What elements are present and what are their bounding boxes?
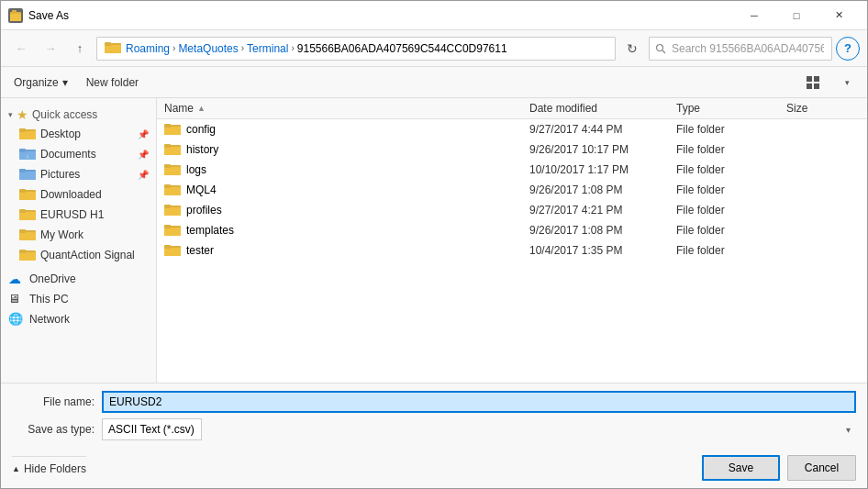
breadcrumb[interactable]: Roaming › MetaQuotes › Terminal › 915566… (96, 37, 616, 61)
documents-folder-icon: ↓ (19, 147, 36, 161)
svg-rect-4 (105, 45, 121, 53)
table-row[interactable]: config 9/27/2017 4:44 PM File folder (157, 119, 867, 139)
window-controls: ─ □ ✕ (733, 1, 860, 30)
sidebar-item-pictures[interactable]: Pictures 📌 (1, 164, 156, 184)
table-row[interactable]: logs 10/10/2017 1:17 PM File folder (157, 160, 867, 180)
sidebar-item-mywork[interactable]: My Work (1, 225, 156, 245)
sidebar-item-downloaded[interactable]: Downloaded (1, 184, 156, 205)
file-row-name: config (186, 123, 529, 136)
svg-rect-18 (19, 172, 36, 180)
onedrive-icon: ☁ (8, 272, 25, 286)
title-bar: Save As ─ □ ✕ (1, 1, 867, 30)
file-list-header: Name ▲ Date modified Type Size (157, 98, 867, 119)
view-dropdown-button[interactable]: ▾ (834, 72, 860, 94)
sidebar-item-thispc[interactable]: 🖥 This PC (1, 289, 156, 309)
sidebar-item-quantaction[interactable]: QuantAction Signal (1, 245, 156, 265)
eurusd-folder-icon (19, 207, 36, 222)
bottom-panel: File name: Save as type: ASCII Text (*.c… (1, 383, 867, 488)
table-row[interactable]: profiles 9/27/2017 4:21 PM File folder (157, 200, 867, 220)
file-row-type: File folder (676, 224, 786, 237)
sidebar-item-eurusd[interactable]: EURUSD H1 (1, 205, 156, 225)
svg-rect-33 (164, 127, 181, 135)
minimize-button[interactable]: ─ (733, 1, 775, 30)
sidebar-item-eurusd-label: EURUSD H1 (40, 208, 104, 221)
folder-row-icon (164, 243, 181, 258)
svg-rect-24 (19, 212, 36, 220)
savetype-select-wrapper: ASCII Text (*.csv) All Files (*.*) ▾ (102, 418, 856, 440)
sidebar-item-network[interactable]: 🌐 Network (1, 309, 156, 329)
help-button[interactable]: ? (836, 37, 860, 61)
breadcrumb-roaming[interactable]: Roaming (126, 42, 170, 55)
svg-rect-28 (19, 229, 26, 233)
sidebar-item-desktop[interactable]: Desktop 📌 (1, 124, 156, 144)
svg-rect-25 (19, 209, 26, 213)
file-row-date: 9/26/2017 1:08 PM (529, 224, 676, 237)
mywork-folder-icon (19, 228, 36, 242)
save-button[interactable]: Save (702, 455, 780, 481)
network-icon: 🌐 (8, 312, 25, 327)
quick-access-header[interactable]: ▾ ★ Quick access (1, 102, 156, 124)
main-content: ▾ ★ Quick access Desktop 📌 (1, 98, 867, 383)
back-button[interactable]: ← (8, 37, 34, 61)
organize-label: Organize (14, 76, 59, 89)
close-button[interactable]: ✕ (818, 1, 860, 30)
sidebar-item-documents[interactable]: ↓ Documents 📌 (1, 144, 156, 164)
table-row[interactable]: tester 10/4/2017 1:35 PM File folder (157, 240, 867, 261)
folder-row-icon (164, 142, 181, 157)
thispc-icon: 🖥 (8, 292, 25, 306)
hide-folders-label: Hide Folders (24, 462, 86, 475)
up-button[interactable]: ↑ (67, 37, 93, 61)
pin-icon: 📌 (138, 129, 149, 139)
column-header-name[interactable]: Name ▲ (164, 102, 529, 115)
file-row-type: File folder (676, 123, 786, 136)
file-row-date: 10/10/2017 1:17 PM (529, 163, 676, 176)
table-row[interactable]: history 9/26/2017 10:17 PM File folder (157, 139, 867, 160)
svg-rect-9 (814, 83, 819, 89)
file-row-date: 10/4/2017 1:35 PM (529, 244, 676, 257)
maximize-button[interactable]: □ (775, 1, 818, 30)
hide-folders-button[interactable]: ▲ Hide Folders (12, 462, 86, 475)
svg-text:↓: ↓ (26, 152, 29, 159)
file-row-name: profiles (186, 204, 529, 217)
svg-rect-8 (807, 83, 812, 89)
svg-rect-31 (19, 250, 26, 253)
svg-rect-45 (164, 207, 181, 216)
file-row-name: logs (186, 163, 529, 176)
sidebar-item-onedrive[interactable]: ☁ OneDrive (1, 269, 156, 289)
table-row[interactable]: MQL4 9/26/2017 1:08 PM File folder (157, 180, 867, 200)
file-name-input[interactable] (102, 391, 856, 413)
desktop-folder-icon (19, 127, 36, 141)
forward-button[interactable]: → (38, 37, 63, 61)
refresh-button[interactable]: ↻ (619, 37, 645, 61)
folder-row-icon (164, 122, 181, 137)
organize-button[interactable]: Organize ▾ (8, 72, 73, 94)
new-folder-label: New folder (86, 76, 139, 89)
column-header-size[interactable]: Size (786, 102, 860, 115)
svg-rect-42 (164, 187, 181, 195)
folder-row-icon (164, 183, 181, 197)
column-header-date[interactable]: Date modified (529, 102, 676, 115)
cancel-button[interactable]: Cancel (787, 455, 856, 481)
search-input[interactable] (649, 37, 832, 61)
folder-row-icon (164, 223, 181, 238)
savetype-label: Save as type: (12, 423, 95, 436)
svg-rect-7 (814, 76, 819, 82)
svg-rect-30 (19, 252, 36, 261)
file-row-name: history (186, 143, 529, 156)
file-row-date: 9/27/2017 4:44 PM (529, 123, 676, 136)
pictures-folder-icon (19, 167, 36, 182)
breadcrumb-terminal[interactable]: Terminal (247, 42, 288, 55)
breadcrumb-metaquotes[interactable]: MetaQuotes (178, 42, 238, 55)
file-row-type: File folder (676, 183, 786, 196)
view-button[interactable] (801, 72, 827, 94)
sidebar-item-quantaction-label: QuantAction Signal (40, 249, 135, 261)
new-folder-button[interactable]: New folder (81, 72, 144, 94)
save-type-select[interactable]: ASCII Text (*.csv) All Files (*.*) (102, 418, 202, 440)
cancel-button-label: Cancel (805, 461, 839, 474)
select-arrow-icon: ▾ (846, 425, 851, 435)
file-row-type: File folder (676, 244, 786, 257)
file-row-date: 9/26/2017 1:08 PM (529, 183, 676, 196)
column-header-type[interactable]: Type (676, 102, 786, 115)
table-row[interactable]: templates 9/26/2017 1:08 PM File folder (157, 220, 867, 240)
svg-rect-15 (19, 149, 26, 152)
